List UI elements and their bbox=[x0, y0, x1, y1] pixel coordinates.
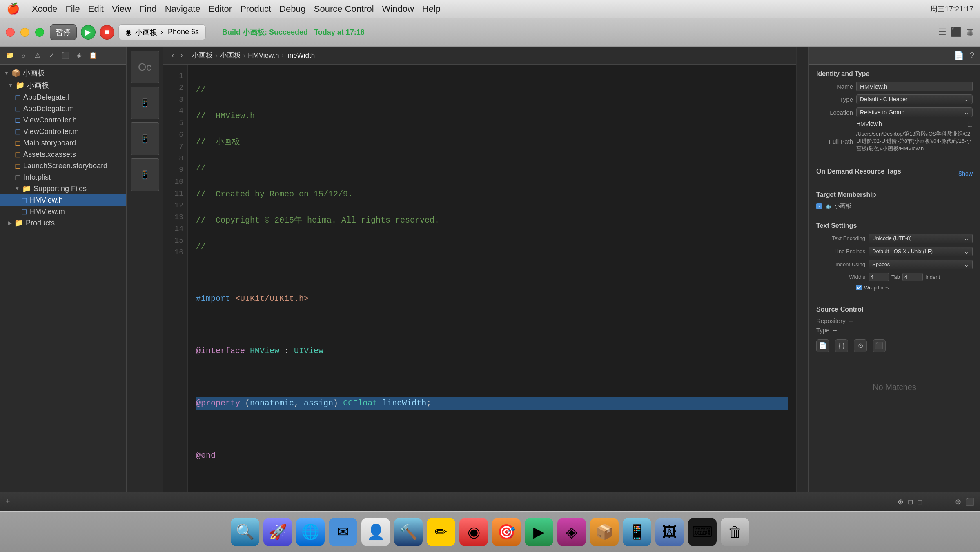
breadcrumb-symbol[interactable]: lineWidth bbox=[286, 51, 315, 60]
menu-view[interactable]: View bbox=[112, 4, 131, 14]
inspector-toggle[interactable]: ▦ bbox=[966, 27, 974, 38]
nav-warning-icon[interactable]: ⚠ bbox=[32, 50, 43, 61]
show-link[interactable]: Show bbox=[958, 170, 973, 177]
back-button[interactable]: ‹ bbox=[169, 50, 176, 60]
indent-width-input[interactable] bbox=[902, 273, 923, 281]
menu-edit[interactable]: Edit bbox=[88, 4, 104, 14]
dock-mail[interactable]: ✉ bbox=[329, 518, 357, 546]
scheme-selector[interactable]: ◉ 小画板 › iPhone 6s bbox=[118, 24, 206, 40]
menu-navigate[interactable]: Navigate bbox=[165, 4, 200, 14]
nav-folder-icon[interactable]: 📁 bbox=[4, 50, 16, 61]
dock-xcode[interactable]: 🔨 bbox=[394, 518, 423, 546]
maximize-button[interactable] bbox=[35, 28, 44, 37]
membership-checkbox[interactable]: ✓ bbox=[816, 203, 822, 209]
menu-xcode[interactable]: Xcode bbox=[32, 4, 57, 14]
filter-button[interactable]: ⊕ bbox=[898, 497, 904, 506]
stop-button[interactable]: ■ bbox=[100, 25, 114, 40]
sc-icon-4[interactable]: ⬛ bbox=[873, 339, 886, 352]
tree-item-products[interactable]: ▶ 📁 Products bbox=[0, 217, 126, 229]
type-select[interactable]: Default - C Header ⌄ bbox=[856, 94, 973, 104]
dock-app2[interactable]: 🎯 bbox=[492, 518, 521, 546]
nav-arrows: ‹ › bbox=[169, 50, 185, 60]
tree-item-assets[interactable]: ◻ Assets.xcassets bbox=[0, 149, 126, 160]
preview-thumb-4[interactable]: 📱 bbox=[131, 158, 159, 191]
menu-product[interactable]: Product bbox=[240, 4, 271, 14]
tree-item-folder-xiaohb[interactable]: ▼ 📁 小画板 bbox=[0, 79, 126, 91]
forward-button[interactable]: › bbox=[178, 50, 185, 60]
menu-source-control[interactable]: Source Control bbox=[314, 4, 374, 14]
dock-sketch[interactable]: ✏ bbox=[427, 518, 455, 546]
preview-thumb-2[interactable]: 📱 bbox=[131, 87, 159, 119]
dock-finder[interactable]: 🔍 bbox=[231, 518, 259, 546]
panel-toggle-right[interactable]: ◻ bbox=[917, 498, 922, 505]
preview-thumb-3[interactable]: 📱 bbox=[131, 122, 159, 155]
menu-help[interactable]: Help bbox=[422, 4, 441, 14]
tree-item-appdelegate-h[interactable]: ◻ AppDelegate.h bbox=[0, 91, 126, 103]
pause-button[interactable]: 暂停 bbox=[50, 24, 77, 40]
inspector-bottom-toggle[interactable]: ⊕ bbox=[955, 497, 961, 506]
menu-editor[interactable]: Editor bbox=[209, 4, 232, 14]
menu-file[interactable]: File bbox=[65, 4, 80, 14]
menu-window[interactable]: Window bbox=[382, 4, 414, 14]
bottom-right-toggle[interactable]: ⬛ bbox=[965, 497, 974, 506]
debug-toggle[interactable]: ⬛ bbox=[951, 27, 962, 38]
dock-app4[interactable]: ◈ bbox=[557, 518, 586, 546]
run-button[interactable]: ▶ bbox=[81, 25, 96, 40]
nav-search-icon[interactable]: ⌕ bbox=[18, 50, 29, 61]
tree-item-appdelegate-m[interactable]: ◻ AppDelegate.m bbox=[0, 103, 126, 114]
tree-item-viewcontroller-h[interactable]: ◻ ViewController.h bbox=[0, 114, 126, 126]
reveal-icon[interactable]: ⬚ bbox=[967, 120, 973, 127]
encoding-select[interactable]: Unicode (UTF-8) ⌄ bbox=[869, 234, 973, 243]
nav-debug-icon[interactable]: ⬛ bbox=[60, 50, 71, 61]
tree-item-hmview-h[interactable]: ◻ HMView.h bbox=[0, 194, 126, 206]
nav-breakpoint-icon[interactable]: ◈ bbox=[74, 50, 85, 61]
minimize-button[interactable] bbox=[20, 28, 29, 37]
line-endings-select[interactable]: Default - OS X / Unix (LF) ⌄ bbox=[869, 247, 973, 256]
menu-find[interactable]: Find bbox=[139, 4, 157, 14]
apple-logo-icon[interactable]: 🍎 bbox=[7, 2, 20, 15]
dock-terminal[interactable]: ⌨ bbox=[688, 518, 717, 546]
right-gutter bbox=[796, 47, 808, 492]
sc-icon-3[interactable]: ⊙ bbox=[854, 339, 867, 352]
dock-app5[interactable]: 📦 bbox=[590, 518, 619, 546]
tab-width-input[interactable] bbox=[869, 273, 889, 281]
indent-using-select[interactable]: Spaces ⌄ bbox=[869, 260, 973, 269]
code-text[interactable]: // // HMView.h // 小画板 // // Created by R… bbox=[188, 65, 796, 492]
type-label: Type bbox=[816, 96, 853, 103]
sc-icon-2[interactable]: { } bbox=[835, 339, 848, 352]
tree-item-supporting-files[interactable]: ▼ 📁 Supporting Files bbox=[0, 183, 126, 194]
code-content[interactable]: 1 2 3 4 5 6 7 8 9 10 11 12 13 14 15 16 bbox=[163, 65, 796, 492]
dock-launchpad[interactable]: 🚀 bbox=[263, 518, 292, 546]
breadcrumb-folder[interactable]: 小画板 bbox=[220, 51, 241, 60]
preview-thumb-1[interactable]: Oc bbox=[131, 51, 159, 83]
add-file-button[interactable]: + bbox=[6, 497, 10, 506]
dock-safari[interactable]: 🌐 bbox=[296, 518, 325, 546]
dock-simulator[interactable]: 📱 bbox=[623, 518, 651, 546]
tree-item-viewcontroller-m[interactable]: ◻ ViewController.m bbox=[0, 126, 126, 137]
dock-app3[interactable]: ▶ bbox=[525, 518, 553, 546]
tree-item-main-storyboard[interactable]: ◻ Main.storyboard bbox=[0, 137, 126, 149]
name-value[interactable]: HMView.h bbox=[856, 82, 973, 91]
sc-icon-1[interactable]: 📄 bbox=[816, 339, 829, 352]
breadcrumb-file[interactable]: HMView.h bbox=[248, 51, 279, 60]
file-inspector-icon[interactable]: 📄 bbox=[954, 51, 964, 60]
panel-toggle-left[interactable]: ◻ bbox=[908, 498, 913, 505]
dock-contacts[interactable]: 👤 bbox=[361, 518, 390, 546]
dock-preview[interactable]: 🖼 bbox=[655, 518, 684, 546]
navigator-toggle[interactable]: ☰ bbox=[938, 27, 947, 38]
menu-debug[interactable]: Debug bbox=[279, 4, 306, 14]
tree-item-infoplist[interactable]: ◻ Info.plist bbox=[0, 171, 126, 183]
breadcrumb-scheme[interactable]: 小画板 bbox=[192, 51, 213, 60]
dock-trash[interactable]: 🗑 bbox=[721, 518, 749, 546]
nav-test-icon[interactable]: ✓ bbox=[46, 50, 57, 61]
tree-item-launchscreen[interactable]: ◻ LaunchScreen.storyboard bbox=[0, 160, 126, 171]
quick-help-icon[interactable]: ? bbox=[970, 51, 974, 60]
close-button[interactable] bbox=[6, 28, 15, 37]
dock-app1[interactable]: ◉ bbox=[459, 518, 488, 546]
tree-item-hmview-m[interactable]: ◻ HMView.m bbox=[0, 206, 126, 217]
wrap-lines-checkbox[interactable] bbox=[856, 285, 862, 290]
navigator-panel: 📁 ⌕ ⚠ ✓ ⬛ ◈ 📋 ▼ 📦 小画板 ▼ 📁 小画板 bbox=[0, 47, 127, 492]
nav-report-icon[interactable]: 📋 bbox=[87, 50, 99, 61]
tree-root[interactable]: ▼ 📦 小画板 bbox=[0, 67, 126, 79]
location-select[interactable]: Relative to Group ⌄ bbox=[856, 107, 973, 117]
